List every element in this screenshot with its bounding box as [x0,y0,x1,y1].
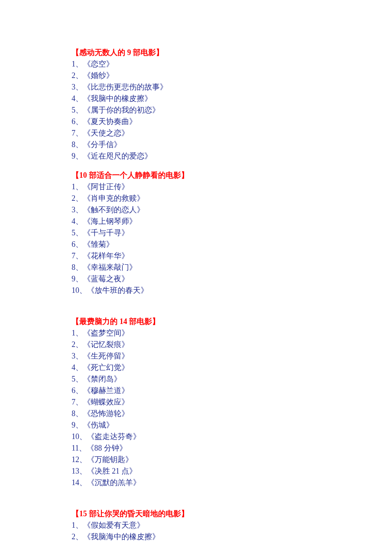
list-item: 3、《生死停留》 [72,350,392,362]
list-item: 5、《千与千寻》 [72,227,392,239]
list-item: 6、《穆赫兰道》 [72,385,392,396]
list-item: 5、《属于你的我的初恋》 [72,104,392,116]
section-2: 【10 部适合一个人静静看的电影】 1、《阿甘正传》 2、《肖申克的救赎》 3、… [72,170,392,296]
list-item: 8、《分手信》 [72,139,392,150]
section-3-title: 【最费脑力的 14 部电影】 [72,316,392,327]
list-item: 4、《海上钢琴师》 [72,216,392,227]
section-1: 【感动无数人的 9 部电影】 1、《恋空》 2、《婚纱》 3、《比悲伤更悲伤的故… [72,47,392,162]
list-item: 1、《恋空》 [72,58,392,70]
list-item: 2、《我脑海中的橡皮擦》 [72,531,392,543]
list-item: 7、《蝴蝶效应》 [72,396,392,408]
list-item: 2、《肖申克的救赎》 [72,193,392,204]
document-page: 【感动无数人的 9 部电影】 1、《恋空》 2、《婚纱》 3、《比悲伤更悲伤的故… [0,0,392,555]
list-item: 1、《假如爱有天意》 [72,520,392,531]
list-item: 14、《沉默的羔羊》 [72,477,392,489]
section-4: 【15 部让你哭的昏天暗地的电影】 1、《假如爱有天意》 2、《我脑海中的橡皮擦… [72,508,392,543]
list-item: 7、《花样年华》 [72,250,392,262]
section-1-title: 【感动无数人的 9 部电影】 [72,47,392,58]
list-item: 2、《记忆裂痕》 [72,339,392,350]
list-item: 9、《伤城》 [72,419,392,431]
list-item: 11、《88 分钟》 [72,442,392,454]
list-item: 10、《放牛班的春天》 [72,285,392,296]
section-2-title: 【10 部适合一个人静静看的电影】 [72,170,392,181]
list-item: 5、《禁闭岛》 [72,373,392,385]
list-item: 8、《幸福来敲门》 [72,262,392,273]
list-item: 6、《雏菊》 [72,239,392,250]
list-item: 7、《天使之恋》 [72,127,392,139]
list-item: 3、《触不到的恋人》 [72,204,392,216]
section-3: 【最费脑力的 14 部电影】 1、《盗梦空间》 2、《记忆裂痕》 3、《生死停留… [72,316,392,489]
list-item: 3、《比悲伤更悲伤的故事》 [72,81,392,93]
list-item: 4、《死亡幻觉》 [72,362,392,373]
list-item: 4、《我脑中的橡皮擦》 [72,93,392,104]
list-item: 6、《夏天协奏曲》 [72,116,392,127]
list-item: 1、《盗梦空间》 [72,327,392,339]
list-item: 10、《盗走达芬奇》 [72,431,392,442]
list-item: 2、《婚纱》 [72,70,392,81]
list-item: 12、《万能钥匙》 [72,454,392,465]
list-item: 1、《阿甘正传》 [72,181,392,193]
list-item: 9、《近在咫尺的爱恋》 [72,150,392,162]
list-item: 13、《决胜 21 点》 [72,465,392,477]
list-item: 9、《蓝莓之夜》 [72,273,392,285]
section-4-title: 【15 部让你哭的昏天暗地的电影】 [72,508,392,520]
list-item: 8、《恐怖游轮》 [72,408,392,419]
